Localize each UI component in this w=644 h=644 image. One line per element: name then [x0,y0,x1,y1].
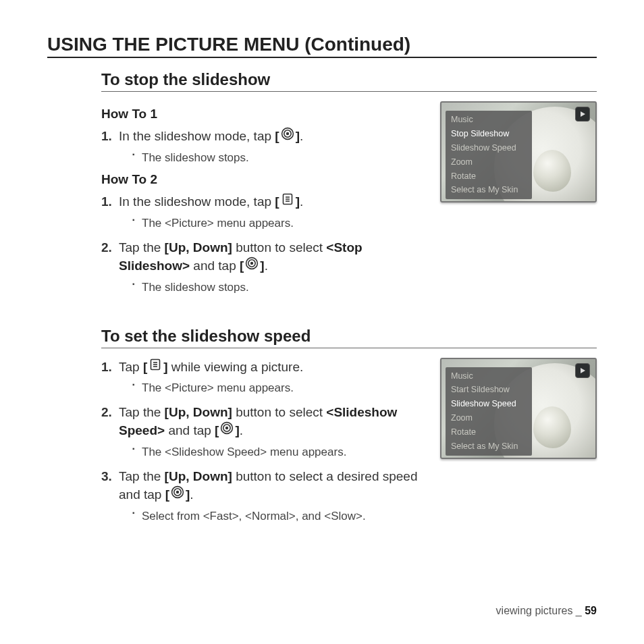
page-content: To stop the slideshowHow To 11.In the sl… [47,70,597,531]
menu-icon [149,358,162,371]
step-text: In the slideshow mode, tap []. [119,127,424,146]
step-text: Tap the [Up, Down] button to select <Sto… [119,238,424,275]
page-footer: viewing pictures _ 59 [496,605,597,617]
step-number: 1. [101,127,119,146]
svg-marker-21 [581,368,585,373]
step-number: 2. [101,403,119,422]
svg-point-20 [176,491,179,493]
play-icon [575,363,590,378]
menu-item: Start Sildeshow [446,383,532,397]
menu-item: Slideshow Speed [446,141,532,155]
step-text: Tap [] while viewing a picture. [119,358,424,377]
step-text: In the slideshow mode, tap []. [119,192,424,211]
step-number: 3. [101,467,119,486]
howto-label: How To 1 [101,107,424,122]
section-heading: To stop the slideshow [101,70,597,92]
picture-menu-overlay: MusicStart SildeshowSlideshow SpeedZoomR… [446,367,532,456]
step-note: The slideshow stops. [132,279,424,296]
step-note: The <Picture> menu appears. [132,380,424,396]
svg-point-9 [250,262,253,265]
step-number: 2. [101,238,119,257]
section-body: 1.Tap [] while viewing a picture.The <Pi… [101,358,424,531]
menu-item: Rotate [446,425,532,439]
menu-item: Zoom [446,411,532,425]
page-heading: USING THE PICTURE MENU (Continued) [47,34,597,58]
device-screenshot: MusicStart SildeshowSlideshow SpeedZoomR… [440,358,597,459]
step: 1.In the slideshow mode, tap []. [101,127,424,146]
picture-menu-overlay: MusicStop SildeshowSlideshow SpeedZoomRo… [446,111,532,199]
menu-icon [281,192,294,206]
menu-item: Select as My Skin [446,439,532,454]
step-number: 1. [101,358,119,377]
section-heading: To set the slideshow speed [101,327,597,348]
section-body: How To 11.In the slideshow mode, tap [].… [101,101,424,302]
device-screenshot: MusicStop SildeshowSlideshow SpeedZoomRo… [440,101,597,203]
menu-item: Music [446,369,532,383]
select-icon [171,485,184,499]
select-icon [281,127,294,140]
step-text: Tap the [Up, Down] button to select a de… [119,467,424,504]
step-note: The slideshow stops. [132,150,424,166]
svg-point-2 [286,132,288,135]
menu-item: Music [446,113,532,127]
svg-marker-10 [581,111,585,117]
footer-page-number: 59 [585,605,597,616]
step: 1.Tap [] while viewing a picture. [101,358,424,377]
howto-label: How To 2 [101,172,424,187]
select-icon [220,421,234,435]
play-icon [575,107,590,122]
step: 1.In the slideshow mode, tap []. [101,192,424,211]
menu-item: Slideshow Speed [446,397,532,411]
svg-point-17 [225,427,228,429]
menu-item: Zoom [446,155,532,169]
step-note: Select from <Fast>, <Normal>, and <Slow>… [132,508,424,525]
step-note: The <Picture> menu appears. [132,215,424,232]
step-note: The <Slideshow Speed> menu appears. [132,444,424,460]
menu-item: Stop Sildeshow [446,127,532,141]
footer-label: viewing pictures _ [496,605,585,616]
step: 2.Tap the [Up, Down] button to select <S… [101,403,424,440]
step-number: 1. [101,192,119,211]
step-text: Tap the [Up, Down] button to select <Sli… [119,403,424,440]
step: 2.Tap the [Up, Down] button to select <S… [101,238,424,275]
select-icon [245,257,259,270]
menu-item: Select as My Skin [446,183,532,197]
step: 3.Tap the [Up, Down] button to select a … [101,467,424,504]
menu-item: Rotate [446,169,532,184]
